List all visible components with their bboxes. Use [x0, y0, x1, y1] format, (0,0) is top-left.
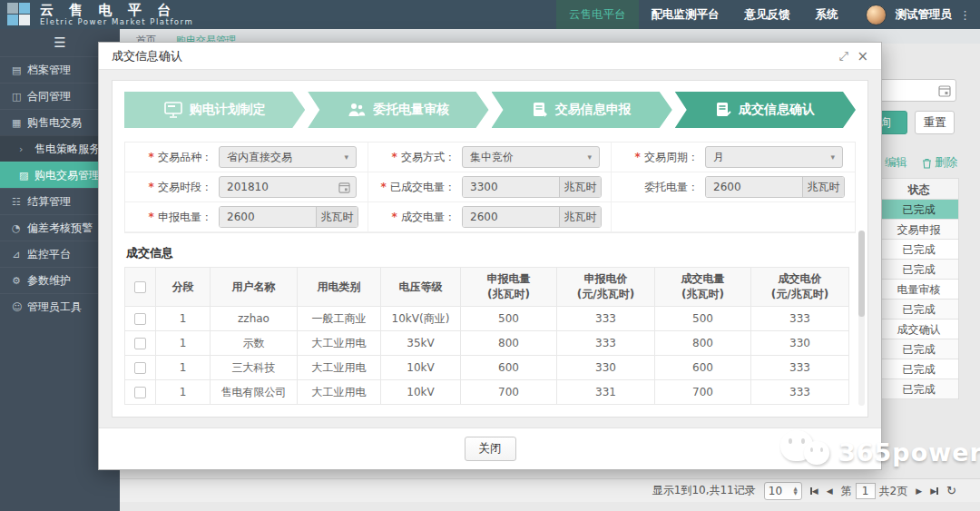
modal-title: 成交信息确认	[112, 49, 182, 63]
unit-label: 兆瓦时	[559, 207, 601, 227]
status-row[interactable]: 已完成	[879, 379, 958, 399]
field-trade-period: 交易时段： 201810	[125, 172, 368, 202]
wizard-stepper: 购电计划制定 委托电量审核 交易信息申报 成交信息确认	[124, 92, 856, 128]
close-icon[interactable]: ×	[857, 43, 868, 70]
status-row[interactable]: 交易申报	[879, 220, 958, 240]
calendar-icon	[338, 182, 350, 193]
more-vertical-icon[interactable]: ⋮	[959, 8, 971, 22]
modal-footer: 关闭	[99, 427, 881, 469]
scrollbar-thumb[interactable]	[858, 231, 865, 317]
trade-cycle-select[interactable]: 月▾	[705, 146, 843, 168]
table-row[interactable]: 1售电有限公司大工业用电10kV 700331700333	[125, 380, 849, 405]
table-row[interactable]: 1zzhao一般工商业10kV(商业) 500333500333	[125, 307, 849, 331]
topnav-tab-feedback[interactable]: 意见反馈	[732, 0, 803, 29]
chevron-right-icon: ›	[19, 136, 34, 162]
edit-link[interactable]: 编辑	[885, 155, 907, 171]
table-row[interactable]: 1示数大工业用电35kV 800333800330	[125, 331, 849, 356]
refresh-icon[interactable]: ↻	[946, 484, 956, 497]
step-deal-confirm[interactable]: 成交信息确认	[675, 92, 856, 128]
step-label: 购电计划制定	[190, 102, 266, 118]
maximize-icon[interactable]: ⤢	[839, 43, 848, 70]
next-page-button[interactable]: ▶	[916, 486, 922, 496]
contract-icon: ◫	[12, 84, 27, 110]
users-icon	[348, 102, 366, 118]
sidebar-item-label: 档案管理	[27, 64, 71, 76]
row-checkbox[interactable]	[134, 362, 146, 374]
sidebar-item-label: 监控平台	[27, 248, 71, 260]
row-checkbox[interactable]	[134, 338, 146, 349]
calendar-icon	[938, 84, 951, 100]
current-page-input[interactable]: 1	[856, 483, 876, 499]
trade-type-select[interactable]: 省内直接交易▾	[219, 146, 357, 168]
sidebar-item-label: 管理员工具	[27, 300, 82, 313]
chevron-down-icon: ▾	[344, 152, 348, 162]
spinner-icon[interactable]: ▲▼	[794, 486, 798, 495]
modal-scrollbar[interactable]	[858, 231, 865, 406]
field-trade-mode: 交易方式： 集中竞价▾	[368, 142, 612, 172]
deal-qty-input[interactable]: 2600	[463, 207, 559, 227]
prev-page-button[interactable]: ◀	[827, 486, 833, 496]
sidebar-item-label: 售电策略服务	[34, 142, 100, 155]
delete-link[interactable]: 删除	[922, 155, 957, 171]
step-trade-declare[interactable]: 交易信息申报	[492, 92, 672, 128]
brand: 云 售 电 平 台 Eletric Power Market Platform	[40, 3, 193, 26]
topnav-tab-distribution-monitor[interactable]: 配电监测平台	[639, 0, 732, 29]
deal-form: 交易品种： 省内直接交易▾ 交易方式： 集中竞价▾ 交易周期： 月▾ 交易时段：…	[124, 142, 856, 233]
declare-qty-input[interactable]: 2600	[220, 207, 316, 227]
step-label: 成交信息确认	[739, 102, 815, 118]
document-upload-icon	[533, 102, 548, 118]
field-declare-qty: 申报电量： 2600兆瓦时	[125, 202, 368, 232]
field-empty	[612, 202, 855, 232]
first-page-button[interactable]: ◀	[810, 486, 818, 496]
row-checkbox[interactable]	[134, 387, 146, 398]
status-row[interactable]: 电量审核	[879, 280, 958, 300]
modal-content-panel: 购电计划制定 委托电量审核 交易信息申报 成交信息确认	[112, 80, 868, 418]
status-row[interactable]: 已完成	[879, 240, 958, 260]
last-page-button[interactable]: ▶	[930, 486, 938, 496]
sidebar-item-label: 购售电交易	[27, 116, 82, 129]
next-page-icon: ▶	[916, 486, 922, 496]
deal-table: 分段 用户名称 用电类别 电压等级 申报电量(兆瓦时) 申报电价(元/兆瓦时) …	[124, 267, 849, 405]
deal-confirm-modal: 成交信息确认 ⤢ × 购电计划制定 委托电量审核	[98, 42, 882, 470]
archive-icon: ▤	[12, 57, 27, 84]
delete-label: 删除	[935, 155, 957, 171]
sidebar-item-label: 合同管理	[27, 90, 71, 103]
field-label: 已成交电量：	[368, 180, 456, 195]
topnav-tab-cloud-platform[interactable]: 云售电平台	[556, 0, 639, 29]
pagination-summary: 显示1到10,共11记录	[652, 483, 756, 498]
trash-icon	[922, 158, 932, 169]
step-label: 交易信息申报	[555, 102, 632, 118]
dealt-qty-input[interactable]: 3300	[463, 177, 559, 197]
step-entrust-review[interactable]: 委托电量审核	[308, 92, 488, 128]
table-row[interactable]: 1三大科技大工业用电10kV 600330600333	[125, 356, 849, 380]
status-row[interactable]: 已完成	[879, 300, 958, 319]
status-row[interactable]: 已完成	[879, 260, 958, 280]
close-button[interactable]: 关闭	[465, 437, 516, 461]
avatar[interactable]	[866, 5, 887, 25]
field-trade-cycle: 交易周期： 月▾	[612, 142, 855, 172]
page-prefix: 第	[841, 485, 852, 497]
status-row[interactable]: 成交确认	[879, 319, 958, 339]
unit-label: 兆瓦时	[559, 177, 601, 197]
field-label: 成交电量：	[368, 210, 456, 225]
page-indicator: 第1共2页	[841, 483, 908, 499]
reset-button[interactable]: 重置	[915, 111, 955, 134]
status-row[interactable]: 已完成	[879, 359, 958, 379]
brand-subtitle: Eletric Power Market Platform	[40, 18, 193, 26]
page-size-select[interactable]: 10 ▲▼	[764, 482, 802, 500]
table-header-row: 分段 用户名称 用电类别 电压等级 申报电量(兆瓦时) 申报电价(元/兆瓦时) …	[125, 268, 849, 307]
step-purchase-plan[interactable]: 购电计划制定	[124, 92, 305, 128]
trade-period-input[interactable]: 201810	[219, 176, 357, 198]
user-icon: ☺	[12, 294, 27, 320]
status-row[interactable]: 已完成	[879, 200, 958, 220]
status-row[interactable]: 已完成	[879, 339, 958, 359]
chevron-down-icon: ▾	[587, 152, 592, 162]
row-checkbox[interactable]	[134, 313, 146, 325]
entrust-qty-input[interactable]: 2600	[706, 177, 802, 197]
topnav-tab-system[interactable]: 系统	[803, 0, 851, 29]
select-all-checkbox[interactable]	[134, 281, 146, 293]
sidebar-item-label: 参数维护	[27, 274, 71, 287]
top-header: 云 售 电 平 台 Eletric Power Market Platform …	[0, 0, 980, 29]
trade-mode-select[interactable]: 集中竞价▾	[462, 146, 600, 168]
section-title: 成交信息	[126, 245, 856, 261]
